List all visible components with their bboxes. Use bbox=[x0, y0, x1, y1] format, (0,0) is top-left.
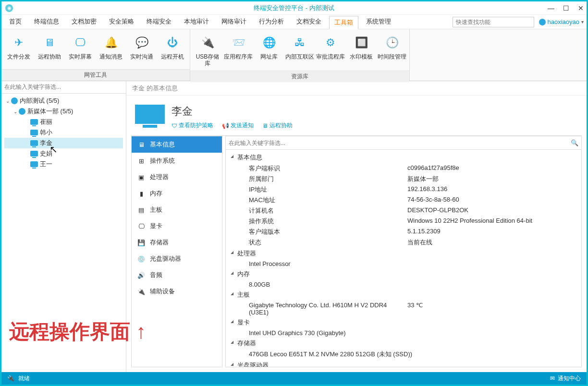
chevron-down-icon: ▾ bbox=[581, 19, 584, 24]
ribbon-label: 通知消息 bbox=[99, 53, 122, 60]
caret-down-icon: ⌄ bbox=[4, 98, 11, 104]
property-row: 所属部门新媒体一部 bbox=[226, 174, 581, 184]
menu-tab[interactable]: 首页 bbox=[4, 15, 26, 29]
detail-header: 李金 🛡查看防护策略 📢发送通知 🖥远程协助 bbox=[126, 96, 587, 135]
category-item[interactable]: ▣处理器 bbox=[132, 169, 222, 185]
section-storage[interactable]: 存储器 bbox=[226, 338, 581, 349]
ribbon-item[interactable]: 🖵实时屏幕 bbox=[65, 32, 96, 68]
monitor-icon: 🖥 bbox=[262, 122, 268, 129]
ribbon-item[interactable]: ⏻远程开机 bbox=[157, 32, 188, 68]
remote-assist-link[interactable]: 🖥远程协助 bbox=[262, 121, 293, 130]
category-item[interactable]: ▮内存 bbox=[132, 185, 222, 202]
property-key: 所属部门 bbox=[249, 175, 407, 183]
ribbon-item[interactable]: 🌐网址库 bbox=[254, 32, 284, 70]
tree-filter-input[interactable] bbox=[4, 82, 123, 92]
menu-tab[interactable]: 网络审计 bbox=[217, 15, 251, 29]
ribbon-item[interactable]: 🖧内部互联区 bbox=[284, 32, 315, 70]
tree-leaf[interactable]: 王一 bbox=[4, 159, 123, 169]
tree-group[interactable]: ⌄ 新媒体一部 (5/5) bbox=[4, 106, 123, 117]
ribbon-item[interactable]: 🖥远程协助 bbox=[34, 32, 65, 68]
device-name: 李金 bbox=[172, 104, 293, 119]
category-item[interactable]: 💾存储器 bbox=[132, 234, 222, 251]
category-item[interactable]: 🖥基本信息 bbox=[132, 136, 222, 153]
maximize-button[interactable]: ☐ bbox=[563, 4, 569, 12]
ribbon-label: 水印模板 bbox=[350, 53, 373, 60]
ribbon-item[interactable]: 📨应用程序库 bbox=[223, 32, 254, 70]
breadcrumb: 李金 的基本信息 bbox=[126, 81, 587, 96]
property-value: Windows 10 22H2 Professional Edition 64-… bbox=[407, 217, 581, 226]
ribbon-item[interactable]: ✈文件分发 bbox=[3, 32, 34, 68]
property-key: IP地址 bbox=[249, 185, 407, 194]
category-label: 音频 bbox=[150, 271, 162, 279]
notify-center[interactable]: 通知中心 bbox=[558, 374, 581, 383]
section-cpu[interactable]: 处理器 bbox=[226, 248, 581, 259]
category-item[interactable]: ▤主板 bbox=[132, 202, 222, 218]
tree-leaf[interactable]: 李金 bbox=[4, 138, 123, 148]
props-filter-input[interactable] bbox=[229, 140, 571, 146]
minimize-button[interactable]: — bbox=[548, 4, 554, 12]
menu-tab[interactable]: 安全策略 bbox=[104, 15, 139, 29]
ribbon-item[interactable]: 🔲水印模板 bbox=[346, 32, 377, 70]
menu-tab[interactable]: 行为分析 bbox=[254, 15, 289, 29]
group-icon bbox=[19, 108, 25, 115]
tree-root[interactable]: ⌄ 内部测试 (5/5) bbox=[4, 96, 123, 106]
section-motherboard[interactable]: 主板 bbox=[226, 289, 581, 301]
tool-icon: 🖵 bbox=[73, 35, 88, 50]
menu-tab[interactable]: 终端信息 bbox=[29, 15, 64, 29]
tool-icon: 🔲 bbox=[354, 35, 369, 50]
ribbon-item[interactable]: 💬实时沟通 bbox=[126, 32, 157, 68]
ribbon-item[interactable]: 🕒时间段管理 bbox=[377, 32, 407, 70]
property-key: 操作系统 bbox=[249, 217, 407, 226]
category-label: 辅助设备 bbox=[150, 287, 175, 296]
property-value: 74-56-3c-8a-58-60 bbox=[407, 196, 581, 205]
section-memory[interactable]: 内存 bbox=[226, 268, 581, 280]
user-avatar-icon bbox=[539, 19, 546, 25]
menu-tab[interactable]: 本地审计 bbox=[179, 15, 214, 29]
property-key: 客户端标识 bbox=[249, 164, 407, 173]
tree-leaf[interactable]: 韩小 bbox=[4, 127, 123, 138]
menu-tab[interactable]: 工具箱 bbox=[329, 16, 358, 29]
mail-icon[interactable]: ✉ bbox=[550, 375, 555, 382]
category-icon: ⊞ bbox=[137, 157, 145, 165]
menu-tab[interactable]: 终端安全 bbox=[142, 15, 176, 29]
tree-leaf[interactable]: 崔丽 bbox=[4, 117, 123, 127]
category-label: 主板 bbox=[150, 205, 162, 214]
category-label: 基本信息 bbox=[150, 140, 175, 149]
category-icon: 💾 bbox=[137, 239, 145, 246]
category-item[interactable]: 🔊音频 bbox=[132, 267, 222, 283]
category-item[interactable]: ⊞操作系统 bbox=[132, 153, 222, 169]
property-value: 5.1.15.2309 bbox=[407, 228, 581, 236]
search-icon[interactable]: 🔍 bbox=[571, 139, 578, 146]
view-policy-link[interactable]: 🛡查看防护策略 bbox=[172, 121, 213, 130]
caret-down-icon: ⌄ bbox=[12, 109, 19, 114]
megaphone-icon: 📢 bbox=[222, 122, 229, 129]
close-button[interactable]: ✕ bbox=[578, 4, 584, 12]
tool-icon: 🕒 bbox=[384, 35, 400, 50]
ribbon-item[interactable]: ⚙审批流程库 bbox=[315, 32, 346, 70]
ribbon-label: 应用程序库 bbox=[224, 53, 253, 60]
menu-tab[interactable]: 文档安全 bbox=[292, 15, 326, 29]
category-icon: 🔌 bbox=[137, 288, 145, 295]
statusbar: 🔌 就绪 ✉ 通知中心 bbox=[1, 372, 587, 385]
tool-icon: 🔌 bbox=[200, 35, 215, 50]
menu-tab[interactable]: 文档加密 bbox=[67, 15, 101, 29]
section-gpu[interactable]: 显卡 bbox=[226, 317, 581, 328]
tree-leaf[interactable]: 史娟 bbox=[4, 148, 123, 159]
tool-icon: 💬 bbox=[134, 35, 149, 50]
user-menu[interactable]: haoxiaoyao ▾ bbox=[539, 18, 584, 25]
quick-search-input[interactable] bbox=[453, 17, 534, 27]
ribbon-item[interactable]: 🔌USB存储库 bbox=[192, 32, 223, 70]
category-item[interactable]: 🖵显卡 bbox=[132, 218, 222, 234]
send-notify-link[interactable]: 📢发送通知 bbox=[222, 121, 254, 130]
shield-icon: 🛡 bbox=[172, 122, 177, 129]
ribbon-label: 内部互联区 bbox=[285, 53, 314, 60]
ribbon-item[interactable]: 🔔通知消息 bbox=[96, 32, 126, 68]
menu-tab[interactable]: 系统管理 bbox=[361, 15, 396, 29]
category-item[interactable]: 💿光盘驱动器 bbox=[132, 251, 222, 267]
category-item[interactable]: 🔌辅助设备 bbox=[132, 283, 222, 300]
device-tree: ⌄ 内部测试 (5/5) ⌄ 新媒体一部 (5/5) 崔丽韩小李金史娟王一 ↖ … bbox=[1, 94, 126, 372]
section-odd[interactable]: 光盘驱动器 bbox=[226, 360, 581, 367]
memory-value: 8.00GB bbox=[226, 280, 581, 289]
tool-icon: 🖥 bbox=[42, 35, 57, 50]
section-basic[interactable]: 基本信息 bbox=[226, 152, 581, 163]
